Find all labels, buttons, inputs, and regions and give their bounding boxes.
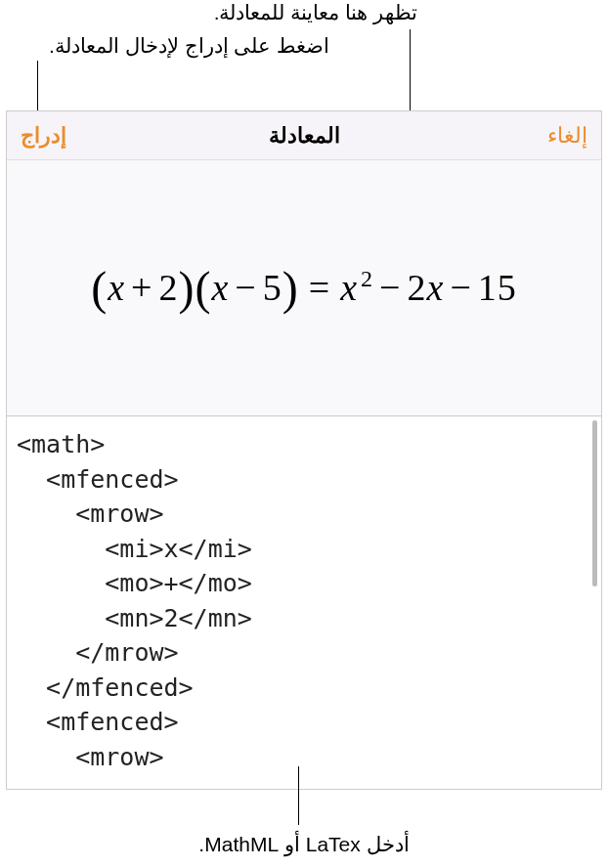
code-input-area[interactable]: <math> <mfenced> <mrow> <mi>x</mi> <mo>+… xyxy=(7,417,601,789)
open-paren-2: ( xyxy=(195,261,211,315)
eq-const: 15 xyxy=(478,267,517,308)
eq-op: − xyxy=(373,267,407,308)
callout-input-line xyxy=(298,766,299,825)
insert-button[interactable]: إدراج xyxy=(7,111,80,160)
equation-rendered: (x+2)(x−5)=x2−2x−15 xyxy=(91,261,517,315)
code-text[interactable]: <math> <mfenced> <mrow> <mi>x</mi> <mo>+… xyxy=(7,417,601,784)
callout-input-text: أدخل LaTex أو MathML. xyxy=(198,833,409,855)
callout-insert: اضغط على إدراج لإدخال المعادلة. xyxy=(49,34,329,58)
cancel-button[interactable]: إلغاء xyxy=(534,111,601,160)
close-paren-1: ) xyxy=(178,261,195,315)
eq-const: 5 xyxy=(263,267,282,308)
dialog-title: المعادلة xyxy=(269,123,340,149)
eq-op: − xyxy=(444,267,477,308)
dialog-header: إدراج المعادلة إلغاء xyxy=(7,111,601,160)
scrollbar-thumb[interactable] xyxy=(592,420,597,586)
callout-preview: تظهر هنا معاينة للمعادلة. xyxy=(214,1,417,24)
eq-op: + xyxy=(125,267,158,308)
eq-const: 2 xyxy=(158,267,178,308)
eq-var: x xyxy=(340,267,358,308)
equation-preview: (x+2)(x−5)=x2−2x−15 xyxy=(7,160,601,416)
eq-var: x xyxy=(211,267,229,308)
eq-equals: = xyxy=(299,267,340,308)
callout-input: أدخل LaTex أو MathML. xyxy=(0,833,608,856)
equation-dialog: إدراج المعادلة إلغاء (x+2)(x−5)=x2−2x−15… xyxy=(6,110,602,790)
eq-exp: 2 xyxy=(358,266,373,291)
open-paren-1: ( xyxy=(91,261,108,315)
eq-term: 2x xyxy=(408,267,445,308)
callout-insert-line xyxy=(37,61,38,117)
close-paren-2: ) xyxy=(282,261,299,315)
eq-var: x xyxy=(108,267,125,308)
eq-op: − xyxy=(229,267,262,308)
